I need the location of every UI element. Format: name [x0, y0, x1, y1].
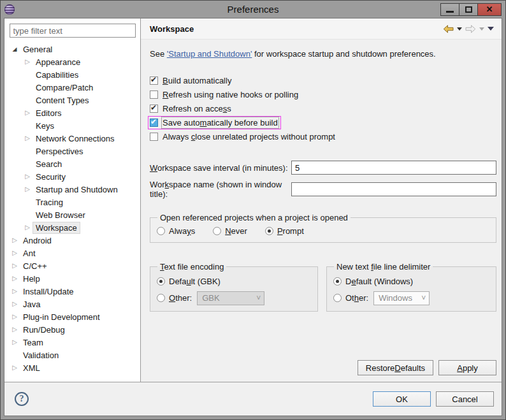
maximize-button[interactable] — [459, 3, 478, 16]
checkbox-icon[interactable] — [150, 105, 158, 113]
tree-item-label: Web Browser — [33, 209, 89, 221]
radio-label: Never — [225, 226, 247, 236]
radio-encoding-default[interactable]: Default (GBK) — [157, 273, 311, 289]
tree-item-plug-in-development[interactable]: ▷Plug-in Development — [4, 310, 140, 323]
tree-expanded-arrow-icon[interactable]: ◢ — [10, 43, 20, 55]
tree-collapsed-arrow-icon[interactable]: ▷ — [10, 310, 20, 323]
back-arrow-icon[interactable] — [443, 25, 454, 33]
tree-item-content-types[interactable]: Content Types — [4, 94, 140, 106]
tree-item-team[interactable]: ▷Team — [4, 336, 140, 349]
checkbox-refresh-native-hooks[interactable]: Refresh using native hooks or polling — [150, 88, 496, 101]
tree-item-network-connections[interactable]: ▷Network Connections — [4, 132, 140, 145]
tree-collapsed-arrow-icon[interactable]: ▷ — [22, 170, 33, 183]
back-history-dropdown-icon[interactable] — [457, 27, 462, 31]
tree-collapsed-arrow-icon[interactable]: ▷ — [10, 298, 20, 310]
checkbox-icon[interactable] — [150, 76, 158, 85]
radio-icon[interactable] — [157, 227, 165, 235]
tree-item-general[interactable]: ◢General — [4, 43, 140, 55]
tree-collapsed-arrow-icon[interactable]: ▷ — [22, 132, 33, 145]
tree-item-keys[interactable]: Keys — [4, 119, 140, 132]
checkbox-always-close-unrelated[interactable]: Always close unrelated projects without … — [150, 130, 496, 143]
tree-item-install-update[interactable]: ▷Install/Update — [4, 285, 140, 298]
radio-prompt[interactable]: Prompt — [265, 226, 304, 236]
chevron-down-icon — [421, 293, 426, 303]
tree-item-web-browser[interactable]: Web Browser — [4, 208, 140, 221]
tree-collapsed-arrow-icon[interactable]: ▷ — [10, 336, 20, 349]
cancel-button[interactable]: Cancel — [436, 391, 494, 407]
help-icon[interactable] — [15, 392, 29, 406]
tree-collapsed-arrow-icon[interactable]: ▷ — [22, 183, 33, 196]
delimiter-other-select: Windows — [373, 291, 430, 305]
tree-item-label: XML — [20, 362, 43, 374]
minimize-button[interactable] — [440, 3, 459, 16]
text-file-encoding-group: Text file encoding Default (GBK) Other: … — [150, 262, 318, 312]
close-button[interactable] — [477, 3, 502, 16]
tree-item-help[interactable]: ▷Help — [4, 272, 140, 285]
tree-item-startup-and-shutdown[interactable]: ▷Startup and Shutdown — [4, 183, 140, 196]
radio-never[interactable]: Never — [213, 226, 247, 236]
tree-item-label: Search — [33, 158, 65, 170]
tree-item-workspace[interactable]: ▷Workspace — [4, 221, 140, 234]
tree-item-perspectives[interactable]: Perspectives — [4, 145, 140, 157]
radio-always[interactable]: Always — [157, 226, 195, 236]
tree-item-java[interactable]: ▷Java — [4, 298, 140, 310]
tree-item-editors[interactable]: ▷Editors — [4, 106, 140, 119]
tree-item-tracing[interactable]: Tracing — [4, 196, 140, 208]
tree-collapsed-arrow-icon[interactable]: ▷ — [10, 234, 20, 247]
main-area: ◢General▷AppearanceCapabilitiesCompare/P… — [4, 18, 502, 382]
chevron-down-icon — [256, 293, 261, 303]
tree-item-capabilities[interactable]: Capabilities — [4, 68, 140, 81]
forward-arrow-icon[interactable] — [465, 25, 476, 33]
tree-item-label: C/C++ — [20, 260, 50, 272]
tree-item-run-debug[interactable]: ▷Run/Debug — [4, 323, 140, 336]
tree-item-security[interactable]: ▷Security — [4, 170, 140, 183]
radio-encoding-other[interactable]: Other: GBK — [157, 290, 311, 306]
checkbox-icon[interactable] — [150, 133, 158, 141]
radio-icon[interactable] — [265, 227, 273, 235]
tree-item-appearance[interactable]: ▷Appearance — [4, 55, 140, 68]
checkbox-refresh-on-access[interactable]: Refresh on access — [150, 102, 496, 115]
radio-label: Other: — [345, 293, 368, 303]
tree-collapsed-arrow-icon[interactable]: ▷ — [10, 247, 20, 259]
apply-button[interactable]: Apply — [438, 360, 496, 375]
radio-icon[interactable] — [157, 277, 165, 286]
tree-item-search[interactable]: Search — [4, 157, 140, 170]
tree-collapsed-arrow-icon[interactable]: ▷ — [10, 259, 20, 272]
radio-icon[interactable] — [333, 277, 342, 286]
tree-item-ant[interactable]: ▷Ant — [4, 247, 140, 259]
radio-icon[interactable] — [157, 294, 165, 302]
tree-collapsed-arrow-icon[interactable]: ▷ — [22, 55, 33, 68]
radio-label: Default (GBK) — [169, 277, 220, 286]
tree-item-xml[interactable]: ▷XML — [4, 361, 140, 374]
tree-item-c-c-[interactable]: ▷C/C++ — [4, 259, 140, 272]
radio-icon[interactable] — [333, 294, 342, 302]
titlebar[interactable]: Preferences — [1, 1, 505, 18]
tree-collapsed-arrow-icon[interactable]: ▷ — [22, 106, 33, 119]
startup-shutdown-link[interactable]: 'Startup and Shutdown' — [167, 49, 252, 59]
checkbox-build-automatically[interactable]: Build automatically — [150, 74, 496, 87]
forward-history-dropdown-icon[interactable] — [479, 27, 484, 31]
workspace-name-input[interactable] — [291, 182, 496, 196]
radio-delimiter-default[interactable]: Default (Windows) — [333, 273, 489, 289]
workspace-save-interval-input[interactable] — [291, 161, 496, 175]
ok-button[interactable]: OK — [373, 391, 431, 407]
tree-collapsed-arrow-icon[interactable]: ▷ — [10, 361, 20, 374]
tree-item-android[interactable]: ▷Android — [4, 234, 140, 247]
tree-collapsed-arrow-icon[interactable]: ▷ — [10, 272, 20, 285]
tree-item-validation[interactable]: Validation — [4, 349, 140, 361]
radio-delimiter-other[interactable]: Other: Windows — [333, 290, 489, 306]
maximize-icon — [465, 6, 472, 13]
restore-defaults-button[interactable]: Restore Defaults — [358, 360, 433, 375]
filter-input[interactable] — [10, 24, 136, 38]
tree-collapsed-arrow-icon[interactable]: ▷ — [10, 285, 20, 298]
tree-collapsed-arrow-icon[interactable]: ▷ — [10, 323, 20, 336]
intro-text: See 'Startup and Shutdown' for workspace… — [150, 49, 496, 59]
checkbox-save-automatically-before-build[interactable]: Save automatically before build — [150, 116, 496, 129]
checkbox-icon[interactable] — [150, 91, 158, 99]
checkbox-icon[interactable] — [150, 119, 158, 127]
view-menu-icon[interactable] — [488, 27, 494, 31]
radio-icon[interactable] — [213, 227, 221, 235]
tree-collapsed-arrow-icon[interactable]: ▷ — [22, 221, 33, 234]
tree-item-compare-patch[interactable]: Compare/Patch — [4, 81, 140, 94]
selected-value: Windows — [379, 293, 412, 303]
